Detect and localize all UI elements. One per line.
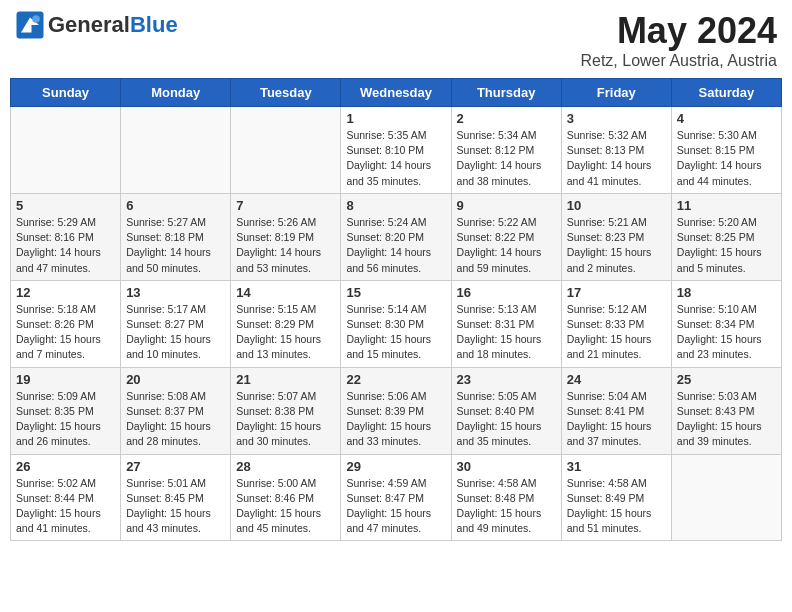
day-info: Sunrise: 5:01 AM Sunset: 8:45 PM Dayligh… xyxy=(126,476,225,537)
calendar-cell: 20Sunrise: 5:08 AM Sunset: 8:37 PM Dayli… xyxy=(121,367,231,454)
calendar-cell: 21Sunrise: 5:07 AM Sunset: 8:38 PM Dayli… xyxy=(231,367,341,454)
calendar-week-row: 1Sunrise: 5:35 AM Sunset: 8:10 PM Daylig… xyxy=(11,107,782,194)
calendar-cell: 9Sunrise: 5:22 AM Sunset: 8:22 PM Daylig… xyxy=(451,193,561,280)
day-of-week-header: Sunday xyxy=(11,79,121,107)
calendar-cell: 24Sunrise: 5:04 AM Sunset: 8:41 PM Dayli… xyxy=(561,367,671,454)
calendar-cell: 14Sunrise: 5:15 AM Sunset: 8:29 PM Dayli… xyxy=(231,280,341,367)
day-number: 16 xyxy=(457,285,556,300)
day-info: Sunrise: 5:13 AM Sunset: 8:31 PM Dayligh… xyxy=(457,302,556,363)
calendar-cell: 10Sunrise: 5:21 AM Sunset: 8:23 PM Dayli… xyxy=(561,193,671,280)
day-number: 17 xyxy=(567,285,666,300)
day-number: 14 xyxy=(236,285,335,300)
calendar-cell: 29Sunrise: 4:59 AM Sunset: 8:47 PM Dayli… xyxy=(341,454,451,541)
day-number: 27 xyxy=(126,459,225,474)
day-number: 18 xyxy=(677,285,776,300)
calendar-week-row: 12Sunrise: 5:18 AM Sunset: 8:26 PM Dayli… xyxy=(11,280,782,367)
calendar-cell: 5Sunrise: 5:29 AM Sunset: 8:16 PM Daylig… xyxy=(11,193,121,280)
day-number: 28 xyxy=(236,459,335,474)
day-number: 12 xyxy=(16,285,115,300)
calendar-cell: 15Sunrise: 5:14 AM Sunset: 8:30 PM Dayli… xyxy=(341,280,451,367)
calendar-cell: 16Sunrise: 5:13 AM Sunset: 8:31 PM Dayli… xyxy=(451,280,561,367)
page-header: GeneralBlue May 2024 Retz, Lower Austria… xyxy=(10,10,782,70)
calendar-cell: 8Sunrise: 5:24 AM Sunset: 8:20 PM Daylig… xyxy=(341,193,451,280)
calendar-cell: 17Sunrise: 5:12 AM Sunset: 8:33 PM Dayli… xyxy=(561,280,671,367)
day-number: 3 xyxy=(567,111,666,126)
calendar-week-row: 26Sunrise: 5:02 AM Sunset: 8:44 PM Dayli… xyxy=(11,454,782,541)
calendar-cell: 27Sunrise: 5:01 AM Sunset: 8:45 PM Dayli… xyxy=(121,454,231,541)
day-info: Sunrise: 5:08 AM Sunset: 8:37 PM Dayligh… xyxy=(126,389,225,450)
month-title: May 2024 xyxy=(580,10,777,52)
calendar-cell: 13Sunrise: 5:17 AM Sunset: 8:27 PM Dayli… xyxy=(121,280,231,367)
day-info: Sunrise: 4:58 AM Sunset: 8:49 PM Dayligh… xyxy=(567,476,666,537)
day-info: Sunrise: 5:35 AM Sunset: 8:10 PM Dayligh… xyxy=(346,128,445,189)
day-info: Sunrise: 5:20 AM Sunset: 8:25 PM Dayligh… xyxy=(677,215,776,276)
day-info: Sunrise: 5:18 AM Sunset: 8:26 PM Dayligh… xyxy=(16,302,115,363)
day-info: Sunrise: 5:30 AM Sunset: 8:15 PM Dayligh… xyxy=(677,128,776,189)
day-info: Sunrise: 5:32 AM Sunset: 8:13 PM Dayligh… xyxy=(567,128,666,189)
day-info: Sunrise: 5:22 AM Sunset: 8:22 PM Dayligh… xyxy=(457,215,556,276)
day-of-week-header: Friday xyxy=(561,79,671,107)
day-info: Sunrise: 5:06 AM Sunset: 8:39 PM Dayligh… xyxy=(346,389,445,450)
day-info: Sunrise: 5:12 AM Sunset: 8:33 PM Dayligh… xyxy=(567,302,666,363)
calendar-cell: 12Sunrise: 5:18 AM Sunset: 8:26 PM Dayli… xyxy=(11,280,121,367)
calendar-cell: 11Sunrise: 5:20 AM Sunset: 8:25 PM Dayli… xyxy=(671,193,781,280)
day-number: 22 xyxy=(346,372,445,387)
day-number: 31 xyxy=(567,459,666,474)
day-info: Sunrise: 5:34 AM Sunset: 8:12 PM Dayligh… xyxy=(457,128,556,189)
calendar-cell: 2Sunrise: 5:34 AM Sunset: 8:12 PM Daylig… xyxy=(451,107,561,194)
day-of-week-header: Tuesday xyxy=(231,79,341,107)
day-info: Sunrise: 5:03 AM Sunset: 8:43 PM Dayligh… xyxy=(677,389,776,450)
day-info: Sunrise: 5:29 AM Sunset: 8:16 PM Dayligh… xyxy=(16,215,115,276)
day-number: 13 xyxy=(126,285,225,300)
day-number: 30 xyxy=(457,459,556,474)
day-info: Sunrise: 5:26 AM Sunset: 8:19 PM Dayligh… xyxy=(236,215,335,276)
location-text: Retz, Lower Austria, Austria xyxy=(580,52,777,70)
calendar-cell: 19Sunrise: 5:09 AM Sunset: 8:35 PM Dayli… xyxy=(11,367,121,454)
calendar-cell: 3Sunrise: 5:32 AM Sunset: 8:13 PM Daylig… xyxy=(561,107,671,194)
calendar-header-row: SundayMondayTuesdayWednesdayThursdayFrid… xyxy=(11,79,782,107)
day-number: 24 xyxy=(567,372,666,387)
day-number: 20 xyxy=(126,372,225,387)
calendar-cell: 6Sunrise: 5:27 AM Sunset: 8:18 PM Daylig… xyxy=(121,193,231,280)
day-info: Sunrise: 5:14 AM Sunset: 8:30 PM Dayligh… xyxy=(346,302,445,363)
day-number: 10 xyxy=(567,198,666,213)
logo-general-text: General xyxy=(48,12,130,37)
day-info: Sunrise: 5:07 AM Sunset: 8:38 PM Dayligh… xyxy=(236,389,335,450)
day-number: 11 xyxy=(677,198,776,213)
calendar-cell: 31Sunrise: 4:58 AM Sunset: 8:49 PM Dayli… xyxy=(561,454,671,541)
calendar-table: SundayMondayTuesdayWednesdayThursdayFrid… xyxy=(10,78,782,541)
calendar-cell: 25Sunrise: 5:03 AM Sunset: 8:43 PM Dayli… xyxy=(671,367,781,454)
day-of-week-header: Wednesday xyxy=(341,79,451,107)
calendar-cell xyxy=(11,107,121,194)
day-number: 19 xyxy=(16,372,115,387)
day-number: 5 xyxy=(16,198,115,213)
day-info: Sunrise: 5:09 AM Sunset: 8:35 PM Dayligh… xyxy=(16,389,115,450)
calendar-cell: 23Sunrise: 5:05 AM Sunset: 8:40 PM Dayli… xyxy=(451,367,561,454)
day-number: 4 xyxy=(677,111,776,126)
day-number: 1 xyxy=(346,111,445,126)
calendar-cell: 1Sunrise: 5:35 AM Sunset: 8:10 PM Daylig… xyxy=(341,107,451,194)
day-info: Sunrise: 5:27 AM Sunset: 8:18 PM Dayligh… xyxy=(126,215,225,276)
calendar-cell: 7Sunrise: 5:26 AM Sunset: 8:19 PM Daylig… xyxy=(231,193,341,280)
day-number: 26 xyxy=(16,459,115,474)
day-info: Sunrise: 4:58 AM Sunset: 8:48 PM Dayligh… xyxy=(457,476,556,537)
day-number: 29 xyxy=(346,459,445,474)
day-info: Sunrise: 5:05 AM Sunset: 8:40 PM Dayligh… xyxy=(457,389,556,450)
calendar-cell: 22Sunrise: 5:06 AM Sunset: 8:39 PM Dayli… xyxy=(341,367,451,454)
day-info: Sunrise: 5:04 AM Sunset: 8:41 PM Dayligh… xyxy=(567,389,666,450)
day-of-week-header: Monday xyxy=(121,79,231,107)
calendar-cell: 4Sunrise: 5:30 AM Sunset: 8:15 PM Daylig… xyxy=(671,107,781,194)
day-info: Sunrise: 5:24 AM Sunset: 8:20 PM Dayligh… xyxy=(346,215,445,276)
day-info: Sunrise: 5:02 AM Sunset: 8:44 PM Dayligh… xyxy=(16,476,115,537)
logo-blue-text: Blue xyxy=(130,12,178,37)
calendar-cell xyxy=(231,107,341,194)
calendar-week-row: 5Sunrise: 5:29 AM Sunset: 8:16 PM Daylig… xyxy=(11,193,782,280)
calendar-cell xyxy=(671,454,781,541)
calendar-cell: 18Sunrise: 5:10 AM Sunset: 8:34 PM Dayli… xyxy=(671,280,781,367)
day-info: Sunrise: 5:17 AM Sunset: 8:27 PM Dayligh… xyxy=(126,302,225,363)
day-number: 7 xyxy=(236,198,335,213)
day-info: Sunrise: 5:15 AM Sunset: 8:29 PM Dayligh… xyxy=(236,302,335,363)
day-info: Sunrise: 4:59 AM Sunset: 8:47 PM Dayligh… xyxy=(346,476,445,537)
day-number: 8 xyxy=(346,198,445,213)
day-number: 6 xyxy=(126,198,225,213)
